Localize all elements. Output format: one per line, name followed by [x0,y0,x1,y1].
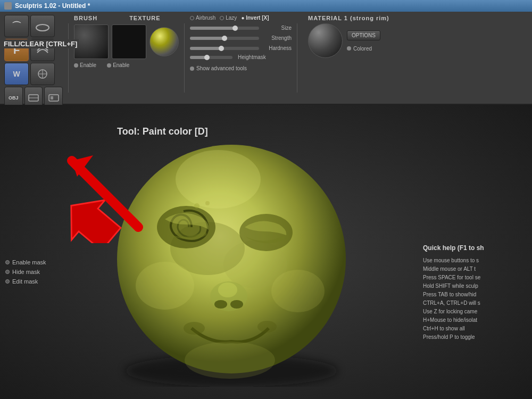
svg-point-20 [185,342,275,379]
quick-help-line-0: Use mouse buttons to s [423,256,529,265]
svg-point-18 [184,322,205,335]
enable-label-1[interactable]: Enable [74,62,96,68]
strength-slider-fill [190,37,225,40]
enable-mask-option[interactable]: Enable mask [5,259,46,265]
right-eye-group [239,214,293,251]
quick-help-panel: Quick help (F1 to sh Use mouse buttons t… [423,243,529,342]
texture-ball[interactable] [149,27,179,56]
wire-tool[interactable]: W [4,63,29,85]
hardness-slider[interactable] [190,47,259,50]
material-section: MATERIAL 1 (strong rim) OPTIONS Colored [308,15,389,101]
quick-help-line-1: Middle mouse or ALT t [423,265,529,273]
brush-header: BRUSH [74,15,97,21]
hardness-slider-thumb[interactable] [219,46,224,51]
enable-label-2[interactable]: Enable [107,62,129,68]
heightmask-slider[interactable] [190,56,232,59]
hide-mask-label: Hide mask [12,269,40,275]
edit-mask-label: Edit mask [12,278,38,285]
brush-texture-panels [74,24,179,59]
hardness-slider-row: Hardness [190,45,292,51]
quick-help-line-4: Press TAB to show/hid [423,290,529,299]
airbrush-row: Airbrush Lazy ● Invert [X] [190,15,292,21]
left-sidebar: Enable mask Hide mask Edit mask [5,259,46,285]
svg-point-22 [136,262,194,310]
hardness-slider-fill [190,47,221,50]
show-advanced-tools[interactable]: Show advanced tools [190,65,292,71]
svg-point-25 [205,201,210,205]
brush-tool-1[interactable]: ⌒ [4,15,29,37]
brush-tool-6[interactable] [30,63,55,85]
edit-mask-option[interactable]: Edit mask [5,278,46,285]
show-advanced-label: Show advanced tools [196,65,247,71]
size-label: Size [262,25,292,31]
tool-buttons-panel: ⌒ F FILL/CLEAR [CTRL+F] W [4,15,63,101]
separator-2 [184,23,185,93]
separator-3 [297,23,297,93]
quick-help-line-3: Hold SHIFT while sculp [423,282,529,290]
airbrush-option[interactable]: Airbrush [190,15,215,21]
brush-texture-headers: BRUSH TEXTURE [74,15,179,21]
enable-mask-label: Enable mask [12,259,46,265]
svg-point-17 [218,282,237,297]
texture-panel[interactable] [112,24,146,59]
enable-row: Enable Enable [74,62,179,68]
heightmask-row: Heightmask [190,54,292,60]
svg-point-19 [257,321,277,332]
heightmask-thumb[interactable] [204,55,210,60]
quick-help-line-6: Use Z for locking came [423,307,529,316]
quick-help-line-9: Press/hold P to toggle [423,333,529,342]
enable-dot-2 [107,63,111,68]
svg-point-23 [271,270,325,312]
size-slider-fill [190,27,235,30]
hide-mask-radio [5,270,10,274]
app-icon [4,2,12,10]
window-title: Sculptris 1.02 - Untitled * [15,2,90,10]
brush-tool-2[interactable] [30,15,55,37]
material-ball[interactable] [308,23,343,58]
hide-mask-option[interactable]: Hide mask [5,269,46,275]
svg-rect-7 [51,96,53,99]
quick-help-title: Quick help (F1 to sh [423,243,529,253]
toolbar: ⌒ F FILL/CLEAR [CTRL+F] W [0,12,532,105]
options-button[interactable]: OPTIONS [347,30,380,40]
enable-mask-radio [5,260,10,264]
size-slider-row: Size [190,25,292,31]
separator-1 [68,23,69,93]
quick-help-line-5: CTRL+A, CTRL+D will s [423,299,529,307]
quick-help-line-8: Ctrl+H to show all [423,325,529,333]
title-bar: Sculptris 1.02 - Untitled * [0,0,532,12]
sculpture-svg [69,121,399,387]
texture-header: TEXTURE [129,15,160,21]
hardness-label: Hardness [262,45,292,51]
heightmask-label: Heightmask [238,54,266,60]
strength-slider-row: Strength [190,35,292,41]
svg-point-16 [230,300,243,309]
tool-row-3: W [4,63,63,85]
colored-row: Colored [347,46,372,52]
svg-rect-6 [49,95,59,101]
colored-label: Colored [353,46,372,52]
brush-panel[interactable] [74,24,109,59]
canvas-area[interactable]: Tool: Paint color [D] [0,105,532,399]
size-slider[interactable] [190,27,259,30]
advanced-dot [190,66,194,71]
size-slider-thumb[interactable] [232,26,238,31]
svg-point-0 [36,24,49,31]
strength-label: Strength [262,35,292,41]
quick-help-line-2: Press SPACE for tool se [423,273,529,282]
material-content: OPTIONS Colored [308,23,389,58]
strength-slider-thumb[interactable] [222,36,227,41]
tool-row-1: ⌒ [4,15,63,37]
lazy-radio [220,16,224,20]
quick-help-line-7: H+Mouse to hide/isolat [423,316,529,325]
lazy-option[interactable]: Lazy [220,15,237,21]
enable-dot-1 [74,63,78,68]
sculpture-container [69,121,399,387]
strength-slider[interactable] [190,37,259,40]
fill-clear-tooltip: FILL/CLEAR [CTRL+F] [2,39,79,48]
brush-texture-section: BRUSH TEXTURE Enable Enable [74,15,179,101]
svg-point-24 [194,203,200,209]
svg-point-15 [214,300,227,309]
edit-mask-radio [5,279,10,284]
invert-label[interactable]: ● Invert [X] [241,15,269,21]
